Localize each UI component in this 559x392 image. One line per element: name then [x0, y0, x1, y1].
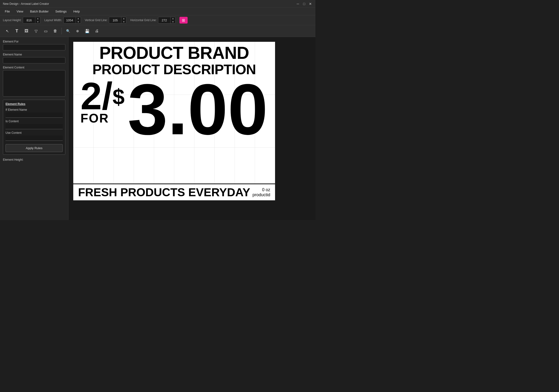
layout-width-down[interactable]: ▼ [76, 20, 81, 24]
text-tool-button[interactable]: T [12, 27, 21, 35]
price-left: 2/ FOR [81, 79, 112, 125]
left-panel: Element For Element Name Element Content… [0, 37, 68, 220]
vertical-grid-arrows: ▲ ▼ [121, 17, 126, 24]
vertical-grid-label: Vertical Grid Line: [85, 19, 108, 22]
price-amount-text: 3.00 [125, 79, 268, 140]
element-name-field: Element Name [3, 53, 65, 63]
vertical-grid-spinner[interactable]: 105 ▲ ▼ [109, 17, 126, 24]
element-rules-section: Element Rules If Element Name Is Content… [3, 100, 65, 155]
zoom-in-button[interactable]: ⊕ [73, 27, 82, 35]
menu-batch-builder[interactable]: Batch Builder [27, 9, 51, 14]
element-name-input[interactable] [3, 57, 65, 63]
horizontal-grid-up[interactable]: ▲ [171, 17, 175, 20]
delete-icon: 🗑 [53, 29, 57, 33]
if-element-name-field: If Element Name [6, 108, 63, 118]
horizontal-grid-label: Horizontal Grid Line: [130, 19, 156, 22]
vertical-grid-down[interactable]: ▼ [121, 20, 126, 24]
layout-height-down[interactable]: ▼ [35, 20, 40, 24]
menubar: File View Batch Builder Settings Help [0, 8, 316, 15]
save-icon: 💾 [85, 29, 90, 33]
product-brand-text: PRODUCT BRAND [78, 44, 270, 62]
zoom-out-icon: 🔍 [66, 29, 70, 33]
menu-settings[interactable]: Settings [52, 9, 69, 14]
element-height-section: Element Height: [3, 158, 65, 162]
label-canvas: PRODUCT BRAND PRODUCT DESCRIPTION 2/ FOR… [73, 42, 275, 200]
cursor-tool-button[interactable]: ↖ [3, 27, 11, 35]
menu-view[interactable]: View [14, 9, 26, 14]
product-id-text: productid [252, 192, 270, 197]
product-info: 0 oz productid [252, 187, 270, 197]
price-section: 2/ FOR $ 3.00 [73, 76, 275, 184]
fresh-products-text: FRESH PRODUCTS EVERYDAY [78, 186, 250, 199]
delete-button[interactable]: 🗑 [51, 27, 60, 35]
layout-width-label: Layout Width: [44, 19, 62, 22]
layout-height-arrows: ▲ ▼ [35, 17, 40, 24]
oz-text: 0 oz [252, 187, 270, 192]
titlebar: New Design - Arrowat Label Creator ─ □ ✕ [0, 0, 316, 8]
horizontal-grid-down[interactable]: ▼ [171, 20, 175, 24]
use-content-field: Use Content [6, 131, 63, 141]
rect-icon: ▭ [44, 29, 47, 33]
titlebar-controls: ─ □ ✕ [296, 2, 313, 6]
vertical-grid-group: Vertical Grid Line: 105 ▲ ▼ [85, 17, 127, 24]
apply-rules-button[interactable]: Apply Rules [6, 144, 63, 152]
menu-help[interactable]: Help [70, 9, 83, 14]
rules-title: Element Rules [6, 102, 63, 106]
canvas-area: PRODUCT BRAND PRODUCT DESCRIPTION 2/ FOR… [68, 37, 316, 220]
horizontal-grid-spinner[interactable]: 272 ▲ ▼ [158, 17, 176, 24]
print-button[interactable]: 🖨 [93, 27, 101, 35]
layout-width-spinner[interactable]: 1054 ▲ ▼ [63, 17, 81, 24]
grid-toggle-button[interactable]: ⊞ [179, 17, 188, 24]
element-content-textarea[interactable] [3, 70, 65, 97]
rect-tool-button[interactable]: ▭ [41, 27, 50, 35]
toolbar-separator [62, 28, 62, 34]
element-height-label: Element Height: [3, 158, 65, 161]
print-icon: 🖨 [95, 29, 99, 33]
zoom-out-button[interactable]: 🔍 [64, 27, 72, 35]
maximize-button[interactable]: □ [302, 2, 306, 6]
layout-width-arrows: ▲ ▼ [76, 17, 81, 24]
titlebar-title: New Design - Arrowat Label Creator [3, 2, 49, 6]
use-content-label: Use Content [6, 131, 63, 134]
image-tool-button[interactable]: 🖼 [22, 27, 31, 35]
triangle-icon: ▽ [35, 29, 37, 33]
minimize-button[interactable]: ─ [296, 2, 300, 6]
image-icon: 🖼 [25, 29, 28, 33]
vertical-grid-up[interactable]: ▲ [121, 17, 126, 20]
element-name-label: Element Name [3, 53, 65, 56]
layout-height-group: Layout Height: 816 ▲ ▼ [3, 17, 40, 24]
icon-toolbar: ↖ T 🖼 ▽ ▭ 🗑 🔍 ⊕ 💾 🖨 [0, 25, 316, 37]
save-button[interactable]: 💾 [83, 27, 92, 35]
element-for-input[interactable] [3, 44, 65, 50]
label-content: PRODUCT BRAND PRODUCT DESCRIPTION 2/ FOR… [73, 42, 275, 200]
vertical-grid-value: 105 [109, 19, 121, 22]
price-for-text: FOR [81, 111, 109, 125]
zoom-in-icon: ⊕ [76, 29, 79, 33]
is-content-field: Is Content [6, 120, 63, 129]
text-icon: T [16, 28, 18, 34]
grid-icon: ⊞ [182, 18, 185, 23]
menu-file[interactable]: File [2, 9, 13, 14]
toolbar-row: Layout Height: 816 ▲ ▼ Layout Width: 105… [0, 15, 316, 25]
element-for-label: Element For [3, 40, 65, 43]
element-content-label: Element Content [3, 66, 65, 69]
layout-width-up[interactable]: ▲ [76, 17, 81, 20]
layout-width-group: Layout Width: 1054 ▲ ▼ [44, 17, 81, 24]
is-content-label: Is Content [6, 120, 63, 123]
bottom-bar: FRESH PRODUCTS EVERYDAY 0 oz productid [73, 184, 275, 200]
triangle-tool-button[interactable]: ▽ [32, 27, 40, 35]
main-layout: Element For Element Name Element Content… [0, 37, 316, 220]
close-button[interactable]: ✕ [308, 2, 313, 6]
is-content-input[interactable] [6, 124, 63, 129]
horizontal-grid-arrows: ▲ ▼ [170, 17, 175, 24]
use-content-input[interactable] [6, 135, 63, 141]
price-fraction-text: 2/ [81, 79, 112, 113]
price-dollar-text: $ [112, 86, 124, 108]
horizontal-grid-group: Horizontal Grid Line: 272 ▲ ▼ [130, 17, 175, 24]
if-element-name-input[interactable] [6, 112, 63, 118]
layout-width-value: 1054 [64, 19, 76, 22]
layout-height-spinner[interactable]: 816 ▲ ▼ [23, 17, 40, 24]
layout-height-up[interactable]: ▲ [35, 17, 40, 20]
layout-height-label: Layout Height: [3, 19, 21, 22]
cursor-icon: ↖ [6, 29, 9, 33]
